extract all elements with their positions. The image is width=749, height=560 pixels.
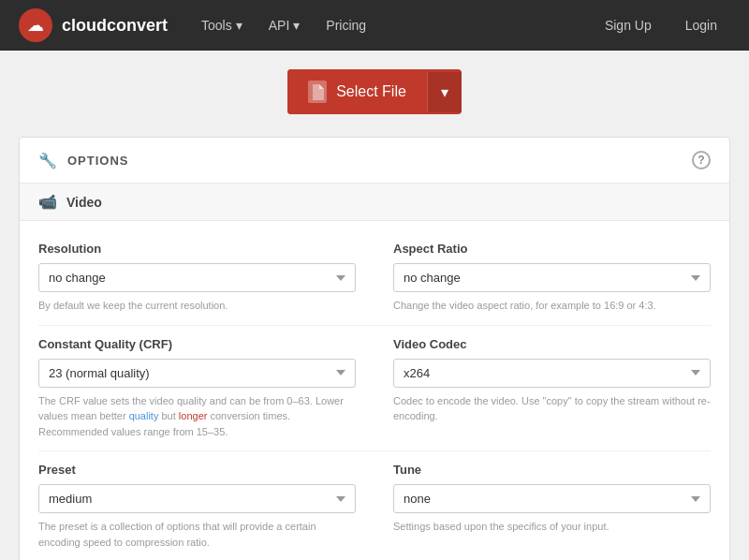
wrench-icon: 🔧 xyxy=(38,152,58,169)
options-title-text: OPTIONS xyxy=(67,154,129,168)
chevron-down-icon: ▾ xyxy=(293,18,300,33)
nav-item-tools[interactable]: Tools ▾ xyxy=(190,10,254,40)
video-section-header: 📹 Video xyxy=(20,184,729,221)
tune-select[interactable]: none xyxy=(393,484,711,513)
logo-text: cloudconvert xyxy=(62,16,168,36)
form-row-quality: Constant Quality (CRF) 23 (normal qualit… xyxy=(38,326,711,452)
options-title: 🔧 OPTIONS xyxy=(38,152,129,169)
tune-hint: Settings based upon the specifics of you… xyxy=(393,519,711,535)
crf-group: Constant Quality (CRF) 23 (normal qualit… xyxy=(38,337,356,440)
video-codec-hint: Codec to encode the video. Use "copy" to… xyxy=(393,393,711,424)
section-title: Video xyxy=(66,195,102,210)
preset-group: Preset medium The preset is a collection… xyxy=(38,463,356,550)
select-file-button[interactable]: Select File ▾ xyxy=(287,69,462,114)
aspect-ratio-select[interactable]: no change xyxy=(393,263,711,292)
logo[interactable]: cloudconvert xyxy=(19,8,168,42)
video-codec-group: Video Codec x264 Codec to encode the vid… xyxy=(393,337,711,440)
file-icon xyxy=(308,81,327,103)
logo-icon xyxy=(19,8,52,42)
crf-label: Constant Quality (CRF) xyxy=(38,337,356,355)
resolution-label: Resolution xyxy=(38,242,356,259)
form-row-resolution: Resolution no change By default we keep … xyxy=(38,230,711,326)
tune-group: Tune none Settings based upon the specif… xyxy=(393,463,711,550)
logo-bold: convert xyxy=(107,16,168,35)
login-button[interactable]: Login xyxy=(672,12,730,38)
form-content: Resolution no change By default we keep … xyxy=(20,221,729,560)
nav-menu: Tools ▾ API ▾ Pricing xyxy=(190,10,377,40)
preset-select[interactable]: medium xyxy=(38,484,356,513)
navbar: cloudconvert Tools ▾ API ▾ Pricing Sign … xyxy=(0,0,749,51)
crf-select[interactable]: 23 (normal quality) xyxy=(38,359,356,388)
nav-left: cloudconvert Tools ▾ API ▾ Pricing xyxy=(19,8,377,42)
form-row-preset: Preset medium The preset is a collection… xyxy=(38,451,711,560)
nav-item-pricing[interactable]: Pricing xyxy=(315,10,377,40)
tune-label: Tune xyxy=(393,463,711,480)
aspect-ratio-hint: Change the video aspect ratio, for examp… xyxy=(393,298,711,314)
aspect-ratio-group: Aspect Ratio no change Change the video … xyxy=(393,242,711,314)
chevron-down-icon: ▾ xyxy=(236,18,242,33)
nav-right: Sign Up Login xyxy=(592,12,730,38)
preset-label: Preset xyxy=(38,463,356,480)
nav-item-api[interactable]: API ▾ xyxy=(257,10,312,40)
options-panel: 🔧 OPTIONS ? 📹 Video Resolution no change… xyxy=(19,137,730,560)
preset-hint: The preset is a collection of options th… xyxy=(38,519,356,550)
resolution-select[interactable]: no change xyxy=(38,263,356,292)
logo-light: cloud xyxy=(62,16,107,35)
main-content: Select File ▾ 🔧 OPTIONS ? 📹 Video Resolu… xyxy=(0,51,749,560)
aspect-ratio-label: Aspect Ratio xyxy=(393,242,711,259)
video-codec-label: Video Codec xyxy=(393,337,711,355)
quality-text: quality xyxy=(129,410,159,421)
longer-text: longer xyxy=(179,410,208,421)
help-icon[interactable]: ? xyxy=(692,151,711,169)
signup-button[interactable]: Sign Up xyxy=(592,12,665,38)
dropdown-arrow-icon: ▾ xyxy=(441,83,448,101)
video-camera-icon: 📹 xyxy=(38,193,57,211)
select-file-main[interactable]: Select File xyxy=(287,69,427,114)
resolution-hint: By default we keep the current resolutio… xyxy=(38,298,356,314)
file-button-container: Select File ▾ xyxy=(19,69,730,114)
resolution-group: Resolution no change By default we keep … xyxy=(38,242,356,314)
select-file-dropdown[interactable]: ▾ xyxy=(427,72,462,112)
crf-hint: The CRF value sets the video quality and… xyxy=(38,393,356,440)
video-codec-select[interactable]: x264 xyxy=(393,359,711,388)
options-header: 🔧 OPTIONS ? xyxy=(20,138,729,184)
select-file-label: Select File xyxy=(336,83,406,100)
